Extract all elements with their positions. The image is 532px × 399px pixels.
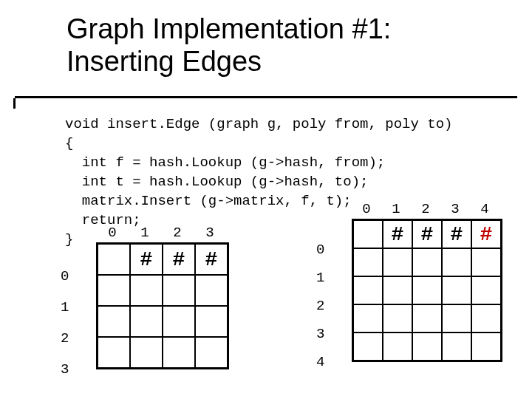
cell bbox=[353, 220, 383, 248]
right-row-labels: 0 1 2 3 4 bbox=[316, 236, 324, 376]
cell bbox=[353, 304, 383, 332]
cell bbox=[130, 306, 163, 337]
left-grid-wrap: 0 1 2 3 # # # bbox=[78, 242, 229, 369]
cell bbox=[412, 276, 442, 304]
table-row bbox=[353, 332, 501, 361]
cell bbox=[353, 276, 383, 304]
cell: # bbox=[412, 220, 442, 248]
cell: # bbox=[442, 220, 471, 248]
right-col-4: 4 bbox=[470, 202, 499, 216]
left-row-3: 3 bbox=[61, 354, 69, 385]
right-col-2: 2 bbox=[411, 202, 440, 216]
left-matrix: 0 1 2 3 0 1 2 3 # # # bbox=[78, 226, 229, 369]
cell: # bbox=[383, 220, 412, 248]
right-col-headers: 0 1 2 3 4 bbox=[352, 202, 502, 216]
left-col-1: 1 bbox=[129, 226, 161, 240]
title-line-1: Graph Implementation #1: bbox=[66, 13, 391, 44]
cell bbox=[471, 304, 501, 332]
cell bbox=[130, 337, 163, 368]
table-row bbox=[353, 276, 501, 304]
right-row-4: 4 bbox=[316, 348, 324, 376]
left-grid: # # # bbox=[96, 242, 229, 369]
table-row bbox=[353, 248, 501, 276]
cell: # bbox=[163, 244, 195, 275]
right-col-0: 0 bbox=[352, 202, 381, 216]
cell bbox=[471, 248, 501, 276]
left-col-headers: 0 1 2 3 bbox=[96, 226, 229, 240]
table-row: # # # # bbox=[353, 220, 501, 248]
cell bbox=[98, 244, 130, 275]
cell bbox=[163, 306, 195, 337]
right-grid: # # # # bbox=[352, 219, 502, 362]
left-row-labels: 0 1 2 3 bbox=[61, 261, 69, 385]
title-corner-mark bbox=[13, 98, 16, 109]
cell: # bbox=[130, 244, 163, 275]
cell bbox=[353, 332, 383, 361]
left-row-1: 1 bbox=[61, 292, 69, 323]
code-line-3: int f = hash.Lookup (g->hash, from); bbox=[65, 154, 385, 171]
left-col-3: 3 bbox=[194, 226, 226, 240]
right-matrix: 0 1 2 3 4 0 1 2 3 4 # # # # bbox=[334, 202, 502, 362]
table-row bbox=[98, 275, 228, 306]
cell bbox=[442, 276, 471, 304]
title-line-2: Inserting Edges bbox=[66, 46, 262, 77]
slide-title: Graph Implementation #1: Inserting Edges bbox=[66, 13, 510, 78]
cell bbox=[98, 275, 130, 306]
left-row-0: 0 bbox=[61, 261, 69, 292]
cell bbox=[383, 332, 412, 361]
cell bbox=[471, 276, 501, 304]
right-grid-wrap: 0 1 2 3 4 # # # # bbox=[334, 219, 502, 362]
code-line-4: int t = hash.Lookup (g->hash, to); bbox=[65, 174, 368, 190]
code-line-7: } bbox=[65, 231, 73, 248]
right-col-3: 3 bbox=[440, 202, 470, 216]
right-row-0: 0 bbox=[316, 236, 324, 264]
right-row-2: 2 bbox=[316, 292, 324, 320]
table-row bbox=[98, 337, 228, 368]
right-row-3: 3 bbox=[316, 320, 324, 348]
cell bbox=[163, 275, 195, 306]
left-col-2: 2 bbox=[161, 226, 194, 240]
table-row bbox=[353, 304, 501, 332]
code-line-1: void insert.Edge (graph g, poly from, po… bbox=[65, 116, 453, 132]
right-col-1: 1 bbox=[381, 202, 411, 216]
cell bbox=[412, 248, 442, 276]
cell bbox=[98, 337, 130, 368]
cell bbox=[383, 304, 412, 332]
cell-highlighted: # bbox=[471, 220, 501, 248]
table-row: # # # bbox=[98, 244, 228, 275]
right-row-1: 1 bbox=[316, 264, 324, 292]
cell bbox=[442, 332, 471, 361]
table-row bbox=[98, 306, 228, 337]
cell bbox=[195, 306, 228, 337]
cell bbox=[471, 332, 501, 361]
cell bbox=[98, 306, 130, 337]
cell bbox=[353, 248, 383, 276]
code-line-5: matrix.Insert (g->matrix, f, t); bbox=[65, 193, 352, 209]
cell bbox=[130, 275, 163, 306]
cell bbox=[442, 304, 471, 332]
cell bbox=[195, 337, 228, 368]
cell: # bbox=[195, 244, 228, 275]
title-underline bbox=[15, 96, 517, 98]
cell bbox=[383, 276, 412, 304]
cell bbox=[412, 332, 442, 361]
cell bbox=[163, 337, 195, 368]
left-row-2: 2 bbox=[61, 323, 69, 354]
slide: Graph Implementation #1: Inserting Edges… bbox=[0, 0, 532, 399]
cell bbox=[442, 248, 471, 276]
cell bbox=[195, 275, 228, 306]
left-col-0: 0 bbox=[96, 226, 129, 240]
cell bbox=[412, 304, 442, 332]
code-line-2: { bbox=[65, 135, 73, 151]
cell bbox=[383, 248, 412, 276]
